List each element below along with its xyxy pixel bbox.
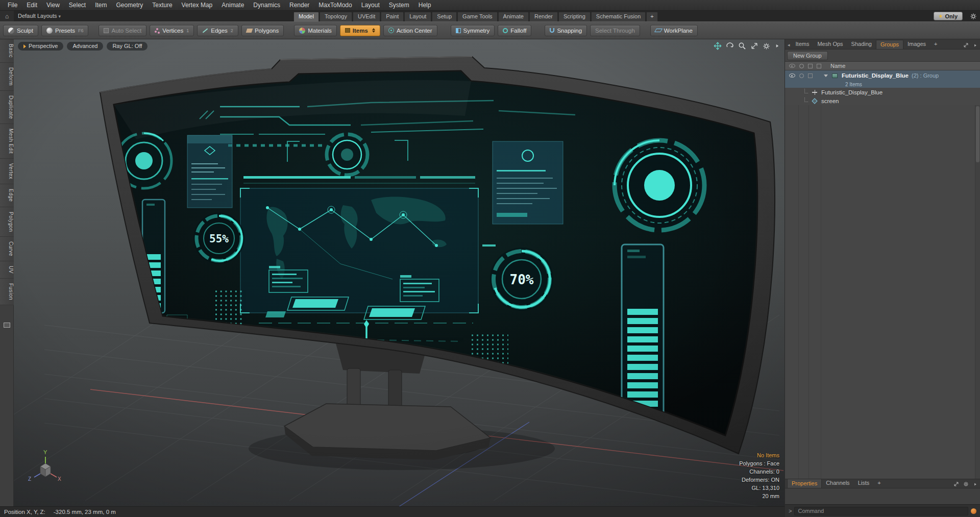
eye-icon[interactable] xyxy=(789,73,795,78)
items-mode-button[interactable]: Items xyxy=(340,25,380,36)
rail-tab-vertex[interactable]: Vertex xyxy=(0,159,14,184)
edges-mode-button[interactable]: Edges2 xyxy=(197,25,238,36)
lower-maximize-icon[interactable] xyxy=(951,481,961,488)
orbit-icon[interactable] xyxy=(726,42,734,50)
home-icon[interactable]: ⌂ xyxy=(0,11,14,21)
tab-items[interactable]: Items xyxy=(792,40,814,49)
panel-add-tab-button[interactable]: + xyxy=(930,40,941,49)
menu-edit[interactable]: Edit xyxy=(22,0,42,11)
ray-gl-button[interactable]: Ray GL: Off xyxy=(107,42,148,51)
tab-scripting[interactable]: Scripting xyxy=(558,12,591,21)
symmetry-button[interactable]: Symmetry xyxy=(451,25,495,36)
menu-texture[interactable]: Texture xyxy=(148,0,177,11)
rail-tab-uv[interactable]: UV xyxy=(0,261,14,279)
menu-select[interactable]: Select xyxy=(64,0,90,11)
menu-view[interactable]: View xyxy=(42,0,64,11)
maximize-icon[interactable] xyxy=(750,42,758,50)
settings-gear-button[interactable] xyxy=(967,11,980,21)
snapping-button[interactable]: Snapping xyxy=(545,25,587,36)
rail-tab-duplicate[interactable]: Duplicate xyxy=(0,91,14,124)
falloff-button[interactable]: Falloff xyxy=(498,25,531,36)
tab-groups[interactable]: Groups xyxy=(876,40,903,49)
presets-button[interactable]: PresetsF6 xyxy=(41,25,89,36)
menu-file[interactable]: File xyxy=(3,0,22,11)
tab-paint[interactable]: Paint xyxy=(381,12,404,21)
tab-shading[interactable]: Shading xyxy=(847,40,876,49)
visibility-column-icon[interactable] xyxy=(789,64,795,68)
perspective-button[interactable]: Perspective xyxy=(18,42,63,51)
tab-model[interactable]: Model xyxy=(293,12,319,21)
tab-channels[interactable]: Channels xyxy=(822,479,853,488)
tab-schematic-fusion[interactable]: Schematic Fusion xyxy=(591,12,646,21)
menu-layout[interactable]: Layout xyxy=(357,0,384,11)
tab-game-tools[interactable]: Game Tools xyxy=(457,12,498,21)
menu-geometry[interactable]: Geometry xyxy=(112,0,148,11)
tab-mesh-ops[interactable]: Mesh Ops xyxy=(813,40,847,49)
rail-tab-polygon[interactable]: Polygon xyxy=(0,207,14,237)
tab-properties[interactable]: Properties xyxy=(787,479,822,488)
menu-dynamics[interactable]: Dynamics xyxy=(249,0,285,11)
lower-add-tab-button[interactable]: + xyxy=(873,479,885,488)
viewport-gear-icon[interactable] xyxy=(763,42,770,50)
rail-tab-basic[interactable]: Basic xyxy=(0,39,14,63)
materials-mode-button[interactable]: Materials xyxy=(294,25,337,36)
sculpt-button[interactable]: Sculpt xyxy=(3,25,38,36)
tab-uvedit[interactable]: UVEdit xyxy=(353,12,380,21)
viewport-menu-icon[interactable] xyxy=(774,43,780,49)
tabs-scroll-left-icon[interactable]: ◂ xyxy=(786,42,792,49)
advanced-shading-button[interactable]: Advanced xyxy=(67,42,103,51)
menu-render[interactable]: Render xyxy=(285,0,314,11)
layouts-dropdown[interactable]: Default Layouts▾ xyxy=(14,11,65,21)
expander-icon[interactable] xyxy=(824,75,828,77)
panel-scrollbar[interactable] xyxy=(975,105,980,479)
menu-item[interactable]: Item xyxy=(90,0,111,11)
command-input[interactable]: Command xyxy=(794,507,968,515)
tab-lists[interactable]: Lists xyxy=(854,479,874,488)
menu-animate[interactable]: Animate xyxy=(217,0,249,11)
menu-vertex-map[interactable]: Vertex Map xyxy=(177,0,217,11)
panel-maximize-icon[interactable] xyxy=(961,42,971,49)
new-group-button[interactable]: New Group xyxy=(787,51,828,60)
rail-tab-deform[interactable]: Deform xyxy=(0,63,14,91)
rail-tab-mesh-edit[interactable]: Mesh Edit xyxy=(0,124,14,159)
lower-menu-icon[interactable] xyxy=(971,482,980,488)
tab-topology[interactable]: Topology xyxy=(320,12,352,21)
name-column-header[interactable]: Name xyxy=(830,63,845,69)
command-history-icon[interactable] xyxy=(971,508,976,514)
menu-maxtomodo[interactable]: MaxToModo xyxy=(314,0,356,11)
workplane-button[interactable]: WorkPlane xyxy=(650,25,698,36)
palette-icon[interactable] xyxy=(4,323,10,328)
lock-column-icon[interactable] xyxy=(808,64,813,68)
select-column-icon[interactable] xyxy=(817,64,821,68)
scrollbar-thumb[interactable] xyxy=(976,106,979,162)
add-tab-button[interactable]: + xyxy=(646,12,657,21)
rail-tab-fusion[interactable]: Fusion xyxy=(0,279,14,305)
tab-layout[interactable]: Layout xyxy=(404,12,431,21)
zoom-icon[interactable] xyxy=(738,42,746,50)
render-column-icon[interactable] xyxy=(799,64,804,68)
3d-viewport[interactable]: 55% 70% xyxy=(14,39,785,506)
lower-gear-icon[interactable] xyxy=(961,481,971,488)
tab-render[interactable]: Render xyxy=(529,12,558,21)
rail-tab-edge[interactable]: Edge xyxy=(0,184,14,207)
tab-animate[interactable]: Animate xyxy=(498,12,529,21)
tree-row-child-locator[interactable]: Futuristic_Display_Blue xyxy=(785,88,980,96)
action-center-button[interactable]: Action Center xyxy=(383,25,437,36)
tab-images[interactable]: Images xyxy=(903,40,930,49)
panel-menu-icon[interactable] xyxy=(971,43,980,49)
rail-tab-curve[interactable]: Curve xyxy=(0,237,14,261)
menu-system[interactable]: System xyxy=(384,0,414,11)
tab-setup[interactable]: Setup xyxy=(432,12,457,21)
polygons-mode-button[interactable]: Polygons xyxy=(241,25,284,36)
auto-select-button[interactable]: Auto Select xyxy=(99,25,146,36)
tree-row-group[interactable]: Futuristic_Display_Blue (2) : Group xyxy=(785,70,980,81)
pan-icon[interactable] xyxy=(714,42,722,50)
tree-row-child-mesh[interactable]: screen xyxy=(785,96,980,105)
menu-help[interactable]: Help xyxy=(414,0,436,11)
vertices-mode-button[interactable]: Vertices1 xyxy=(150,25,194,36)
only-toggle-button[interactable]: ★ Only xyxy=(934,12,963,20)
select-through-label: Select Through xyxy=(595,28,635,34)
select-through-button[interactable]: Select Through xyxy=(590,25,640,36)
render-toggle-icon[interactable] xyxy=(799,73,804,78)
lock-toggle-icon[interactable] xyxy=(808,73,813,78)
